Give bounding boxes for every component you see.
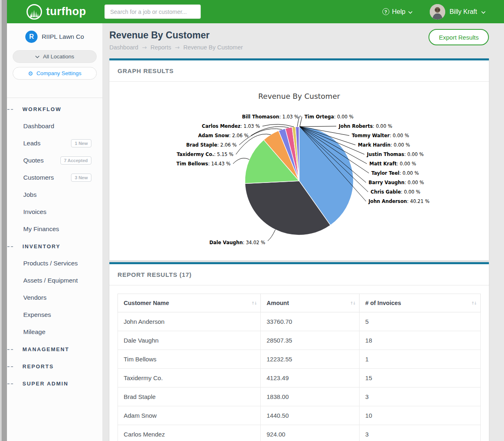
breadcrumb-item-dashboard[interactable]: Dashboard: [109, 44, 138, 51]
chevron-down-icon: [408, 8, 413, 16]
sidebar-item-label: Expenses: [23, 311, 51, 318]
sidebar-item-label: Mileage: [23, 328, 45, 336]
sort-icon[interactable]: ↑↓: [471, 301, 476, 305]
sidebar-item-jobs[interactable]: Jobs: [7, 186, 102, 203]
table-cell: 28507.35: [261, 331, 360, 350]
pie-label-tim-ortega: Tim Ortega: 0.00 %: [304, 114, 353, 120]
chart-title: Revenue By Customer: [258, 92, 340, 100]
sidebar-item-assets-equipment[interactable]: Assets / Equipment: [7, 272, 102, 289]
table-cell: 4123.49: [261, 369, 360, 388]
brand-logo[interactable]: turfhop: [27, 4, 86, 20]
sidebar-section-label: INVENTORY: [22, 243, 60, 249]
dash-icon: [7, 246, 13, 247]
table-row[interactable]: Dale Vaughn28507.3518: [118, 331, 481, 350]
company-name: RIIPL Lawn Co: [42, 33, 84, 40]
column-header-customer-name[interactable]: Customer Name↑↓: [118, 294, 261, 312]
sidebar-item-expenses[interactable]: Expenses: [7, 306, 102, 323]
pie-label-tim-bellows: Tim Bellows: 14.43 %: [176, 161, 231, 167]
pie-label-chris-gable: Chris Gable: 0.00 %: [371, 189, 420, 195]
table-cell: 15: [360, 369, 481, 388]
sidebar-item-label: Vendors: [23, 294, 47, 301]
dash-icon: [7, 366, 13, 367]
company-logo: R: [25, 31, 38, 43]
sidebar-item-badge: 1 New: [71, 139, 91, 147]
sidebar-item-vendors[interactable]: Vendors: [7, 289, 102, 306]
brand-name: turfhop: [46, 5, 86, 18]
user-name: Billy Kraft: [449, 8, 477, 16]
export-results-button[interactable]: Export Results: [429, 29, 489, 45]
all-locations-dropdown[interactable]: All Locations: [13, 50, 97, 63]
table-cell: 18: [360, 331, 481, 350]
sidebar-section-label: REPORTS: [22, 363, 54, 370]
pie-label-dale-vaughn: Dale Vaughn: 34.02 %: [209, 240, 265, 245]
pie-label-tommy-walter: Tommy Walter: 0.00 %: [352, 133, 409, 138]
sidebar-item-label: My Finances: [23, 225, 59, 233]
table-row[interactable]: Tim Bellows12232.551: [118, 350, 481, 369]
table-cell: 10: [360, 406, 481, 425]
page-scrollbar[interactable]: [0, 0, 7, 441]
sidebar-item-mileage[interactable]: Mileage: [7, 323, 102, 341]
table-cell: Tim Bellows: [118, 350, 261, 369]
table-row[interactable]: Carlos Mendez924.003: [118, 425, 481, 441]
sidebar-item-label: Invoices: [23, 208, 47, 216]
column-header-amount[interactable]: Amount↑↓: [261, 294, 360, 312]
sort-icon[interactable]: ↑↓: [350, 301, 355, 305]
breadcrumb-item-reports[interactable]: Reports: [151, 44, 171, 51]
sidebar-item-dashboard[interactable]: Dashboard: [7, 118, 102, 135]
graph-results-panel: GRAPH RESULTS Revenue By CustomerBill Th…: [109, 58, 489, 261]
sidebar-section-super-admin[interactable]: SUPER ADMIN: [7, 375, 102, 392]
all-locations-label: All Locations: [43, 53, 74, 60]
scrollbar-thumb[interactable]: [2, 0, 7, 441]
sidebar-item-leads[interactable]: Leads1 New: [7, 135, 102, 152]
sidebar-item-customers[interactable]: Customers3 New: [7, 169, 102, 186]
sidebar-item-label: Products / Services: [23, 260, 78, 267]
pie-label-mark-hardin: Mark Hardin: 0.00 %: [358, 142, 410, 148]
table-cell: Brad Staple: [118, 388, 261, 406]
sidebar-item-my-finances[interactable]: My Finances: [7, 220, 102, 238]
report-results-panel: REPORT RESULTS (17) Customer Name↑↓Amoun…: [109, 262, 489, 441]
sidebar-item-products-services[interactable]: Products / Services: [7, 255, 102, 272]
sidebar-section-label: MANAGEMENT: [22, 346, 69, 352]
sidebar: R RIIPL Lawn Co All Locations ⚙ Company …: [7, 23, 103, 441]
sidebar-section-workflow[interactable]: WORKFLOW: [7, 100, 102, 118]
sidebar-item-invoices[interactable]: Invoices: [7, 203, 102, 220]
avatar: [430, 4, 445, 20]
user-menu[interactable]: Billy Kraft: [430, 4, 486, 20]
dash-icon: [7, 349, 13, 350]
breadcrumb: Dashboard→Reports→Revenue By Customer: [109, 44, 489, 51]
dash-icon: [7, 109, 13, 110]
company-header[interactable]: R RIIPL Lawn Co: [13, 31, 97, 43]
sidebar-section-inventory[interactable]: INVENTORY: [7, 238, 102, 255]
pie-label-carlos-mendez: Carlos Mendez: 1.03 %: [202, 123, 260, 129]
table-row[interactable]: Adam Snow1440.5010: [118, 406, 481, 425]
sidebar-section-label: WORKFLOW: [22, 106, 61, 112]
breadcrumb-item-revenue-by-customer: Revenue By Customer: [183, 44, 243, 51]
search-input[interactable]: [104, 4, 201, 19]
table-row[interactable]: Brad Staple1838.003: [118, 388, 481, 406]
company-settings-label: Company Settings: [36, 70, 81, 76]
table-row[interactable]: John Anderson33760.705: [118, 312, 481, 331]
sidebar-section-label: SUPER ADMIN: [22, 381, 69, 387]
table-row[interactable]: Taxidermy Co.4123.4915: [118, 369, 481, 388]
report-panel-title: REPORT RESULTS (17): [109, 264, 489, 285]
sidebar-item-label: Jobs: [23, 191, 37, 198]
column-header-of-invoices[interactable]: # of Invoices↑↓: [360, 294, 481, 312]
sidebar-section-management[interactable]: MANAGEMENT: [7, 341, 102, 358]
table-cell: 1: [360, 350, 481, 369]
sidebar-item-label: Leads: [23, 140, 40, 147]
help-menu[interactable]: ? Help: [382, 8, 413, 16]
sidebar-item-badge: 7 Accepted: [60, 156, 91, 165]
sidebar-section-reports[interactable]: REPORTS: [7, 358, 102, 375]
help-label: Help: [392, 8, 406, 16]
table-cell: 33760.70: [261, 312, 360, 331]
table-cell: 924.00: [261, 425, 360, 441]
sidebar-item-quotes[interactable]: Quotes7 Accepted: [7, 152, 102, 169]
sort-icon[interactable]: ↑↓: [251, 301, 257, 305]
leader-line: [233, 158, 249, 164]
sidebar-item-badge: 3 New: [71, 174, 91, 182]
company-settings-button[interactable]: ⚙ Company Settings: [13, 67, 97, 80]
table-cell: 12232.55: [261, 350, 360, 369]
breadcrumb-arrow-icon: →: [175, 44, 180, 51]
chevron-down-icon: [35, 53, 40, 60]
sidebar-item-label: Dashboard: [23, 122, 54, 130]
